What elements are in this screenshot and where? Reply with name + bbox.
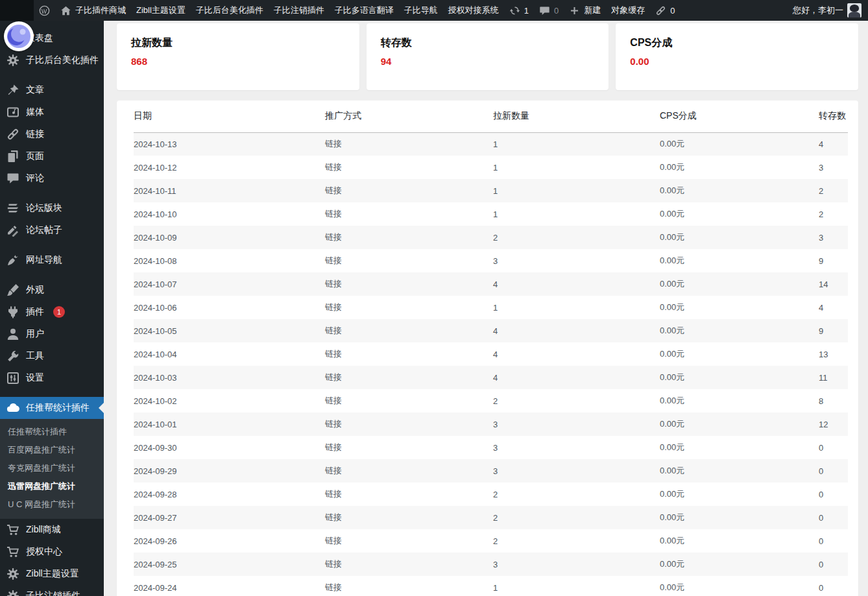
nav-icon xyxy=(6,254,19,267)
cell-new-count: 2 xyxy=(493,483,660,506)
adminbar-item-nav-plugin[interactable]: 子比导航 xyxy=(399,0,443,21)
sidebar-item-media-4[interactable]: 媒体 xyxy=(0,101,104,123)
cell-new-count: 4 xyxy=(493,366,660,389)
link-count: 0 xyxy=(670,6,675,16)
current-menu-arrow xyxy=(99,403,104,413)
user-avatar[interactable] xyxy=(847,3,862,18)
site-home-label: 子比插件商城 xyxy=(75,5,126,16)
updates-menu[interactable]: 1 xyxy=(504,0,534,21)
user-account-menu[interactable]: 您好，李初一 xyxy=(789,0,847,21)
sidebar-separator xyxy=(0,241,104,249)
comment-icon xyxy=(6,172,19,185)
sidebar-item-label: Zibll主题设置 xyxy=(26,568,79,580)
cell-save-count: 3 xyxy=(819,156,848,179)
sidebar-item-link-5[interactable]: 链接 xyxy=(0,123,104,145)
sidebar-item-label: 授权中心 xyxy=(26,546,62,558)
table-row: 2024-10-03链接40.00元11 xyxy=(134,366,848,389)
adminbar-label: 子比多语言翻译 xyxy=(335,5,394,16)
sidebar-item-brush-14[interactable]: 外观 xyxy=(0,279,104,301)
table-row: 2024-10-05链接40.00元9 xyxy=(134,319,848,342)
cell-new-count: 2 xyxy=(493,506,660,529)
cell-cps: 0.00元 xyxy=(660,412,819,436)
sidebar-item-cloud-20[interactable]: 任推帮统计插件 xyxy=(0,397,104,419)
cell-save-count: 0 xyxy=(819,553,848,576)
sidebar-submenu: 任推帮统计插件百度网盘推广统计夸克网盘推广统计迅雷网盘推广统计U C 网盘推广统… xyxy=(0,419,104,519)
adminbar-item-beautify-plugin[interactable]: 子比后台美化插件 xyxy=(191,0,269,21)
cell-cps: 0.00元 xyxy=(660,132,819,156)
sidebar-item-sliders-18[interactable]: 设置 xyxy=(0,367,104,389)
cell-date: 2024-09-25 xyxy=(134,553,325,576)
column-header: 拉新数量 xyxy=(493,101,660,132)
sidebar-item-user-16[interactable]: 用户 xyxy=(0,323,104,345)
cell-new-count: 1 xyxy=(493,576,660,596)
cell-save-count: 0 xyxy=(819,506,848,529)
cell-date: 2024-09-28 xyxy=(134,483,325,506)
sidebar-item-forum-9[interactable]: 论坛版块 xyxy=(0,197,104,219)
adminbar-label: 授权对接系统 xyxy=(448,5,499,16)
sidebar-item-cart-22[interactable]: 授权中心 xyxy=(0,541,104,563)
stat-cards-row: 拉新数量 868 转存数 94 CPS分成 0.00 xyxy=(117,23,858,90)
cell-date: 2024-10-04 xyxy=(134,342,325,366)
cell-cps: 0.00元 xyxy=(660,179,819,202)
table-row: 2024-10-09链接20.00元3 xyxy=(134,226,848,249)
adminbar-item-logout-plugin[interactable]: 子比注销插件 xyxy=(269,0,330,21)
cell-date: 2024-09-27 xyxy=(134,506,325,529)
sidebar-item-nav-12[interactable]: 网址导航 xyxy=(0,249,104,271)
media-icon xyxy=(6,106,19,119)
pin-icon xyxy=(6,84,19,97)
sidebar-item-pages-6[interactable]: 页面 xyxy=(0,145,104,167)
cell-new-count: 1 xyxy=(493,132,660,156)
sidebar-item-label: 媒体 xyxy=(26,106,44,118)
plug-icon xyxy=(6,305,19,318)
adminbar-item-translate-plugin[interactable]: 子比多语言翻译 xyxy=(330,0,399,21)
adminbar-label: 子比导航 xyxy=(404,5,438,16)
floating-theme-logo-button[interactable] xyxy=(4,21,34,51)
cell-cps: 0.00元 xyxy=(660,459,819,483)
object-cache-menu[interactable]: 对象缓存 xyxy=(606,0,650,21)
sidebar-item-gear-1[interactable]: 子比后台美化插件 xyxy=(0,49,104,71)
submenu-item[interactable]: 任推帮统计插件 xyxy=(0,423,104,441)
cell-date: 2024-10-01 xyxy=(134,412,325,436)
admin-sidebar: 仪表盘子比后台美化插件文章媒体链接页面评论论坛版块论坛帖子网址导航外观插件1用户… xyxy=(0,21,104,596)
sidebar-item-wrench-17[interactable]: 工具 xyxy=(0,345,104,367)
sidebar-item-posts-10[interactable]: 论坛帖子 xyxy=(0,219,104,241)
table-row: 2024-09-27链接20.00元0 xyxy=(134,506,848,529)
cloud-icon xyxy=(6,401,19,414)
adminbar-item-auth-system[interactable]: 授权对接系统 xyxy=(443,0,504,21)
table-row: 2024-10-12链接10.00元3 xyxy=(134,156,848,179)
column-header: CPS分成 xyxy=(660,101,819,132)
cell-cps: 0.00元 xyxy=(660,576,819,596)
links-counter-menu[interactable]: 0 xyxy=(650,0,680,21)
stat-card-value: 868 xyxy=(131,56,345,67)
cell-cps: 0.00元 xyxy=(660,506,819,529)
adminbar-corner xyxy=(0,0,34,21)
stat-card-value: 0.00 xyxy=(630,56,844,67)
comments-menu[interactable]: 0 xyxy=(534,0,564,21)
sidebar-item-cart-21[interactable]: Zibll商城 xyxy=(0,519,104,541)
sidebar-item-plug-15[interactable]: 插件1 xyxy=(0,301,104,323)
table-row: 2024-10-07链接40.00元14 xyxy=(134,272,848,296)
new-content-menu[interactable]: 新建 xyxy=(564,0,606,21)
cell-new-count: 2 xyxy=(493,226,660,249)
cell-method: 链接 xyxy=(325,202,493,226)
sidebar-item-gear-24[interactable]: 子比注销插件 xyxy=(0,585,104,596)
adminbar-item-zibll-settings[interactable]: Zibll主题设置 xyxy=(131,0,191,21)
cell-cps: 0.00元 xyxy=(660,553,819,576)
sidebar-item-comment-7[interactable]: 评论 xyxy=(0,167,104,189)
sidebar-item-pin-3[interactable]: 文章 xyxy=(0,79,104,101)
cell-new-count: 4 xyxy=(493,342,660,366)
sliders-icon xyxy=(6,372,19,385)
submenu-item[interactable]: U C 网盘推广统计 xyxy=(0,495,104,514)
cell-save-count: 0 xyxy=(819,529,848,553)
sidebar-item-label: 外观 xyxy=(26,284,44,296)
cell-cps: 0.00元 xyxy=(660,296,819,319)
submenu-item[interactable]: 百度网盘推广统计 xyxy=(0,441,104,459)
cell-save-count: 2 xyxy=(819,179,848,202)
submenu-item-current[interactable]: 迅雷网盘推广统计 xyxy=(0,477,104,495)
wp-logo-menu[interactable] xyxy=(34,0,55,21)
site-home-menu[interactable]: 子比插件商城 xyxy=(55,0,131,21)
cell-method: 链接 xyxy=(325,436,493,459)
cell-date: 2024-10-07 xyxy=(134,272,325,296)
sidebar-item-gear-23[interactable]: Zibll主题设置 xyxy=(0,563,104,585)
submenu-item[interactable]: 夸克网盘推广统计 xyxy=(0,459,104,477)
